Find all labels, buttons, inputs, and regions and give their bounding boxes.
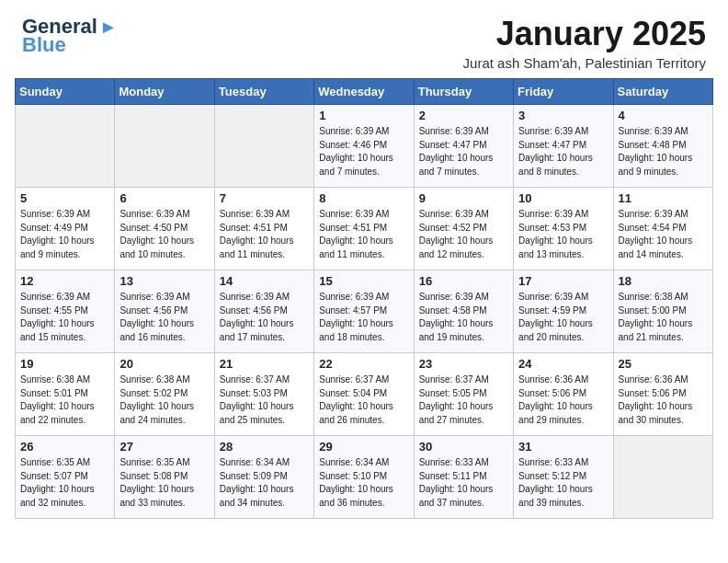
calendar-cell: 2Sunrise: 6:39 AM Sunset: 4:47 PM Daylig… (414, 105, 513, 188)
day-info: Sunrise: 6:35 AM Sunset: 5:08 PM Dayligh… (119, 456, 209, 510)
header-day-thursday: Thursday (414, 79, 513, 105)
calendar-cell: 19Sunrise: 6:38 AM Sunset: 5:01 PM Dayli… (16, 353, 115, 436)
day-number: 17 (518, 274, 608, 288)
day-info: Sunrise: 6:39 AM Sunset: 4:53 PM Dayligh… (518, 208, 608, 261)
calendar-cell: 22Sunrise: 6:37 AM Sunset: 5:04 PM Dayli… (314, 353, 414, 436)
day-number: 7 (220, 191, 309, 205)
logo: General ► Blue (22, 15, 118, 57)
calendar-cell: 14Sunrise: 6:39 AM Sunset: 4:56 PM Dayli… (214, 270, 313, 353)
day-number: 31 (518, 440, 608, 454)
day-number: 15 (319, 274, 408, 288)
day-info: Sunrise: 6:39 AM Sunset: 4:59 PM Dayligh… (518, 291, 608, 344)
calendar-cell: 26Sunrise: 6:35 AM Sunset: 5:07 PM Dayli… (16, 436, 115, 519)
day-number: 8 (319, 191, 408, 205)
day-number: 9 (419, 191, 508, 205)
day-number: 18 (619, 274, 708, 288)
day-number: 25 (619, 357, 708, 371)
day-number: 26 (20, 440, 109, 454)
logo-blue-text: Blue (22, 33, 66, 57)
calendar-cell: 21Sunrise: 6:37 AM Sunset: 5:03 PM Dayli… (214, 353, 313, 436)
day-number: 11 (619, 191, 708, 205)
day-info: Sunrise: 6:36 AM Sunset: 5:06 PM Dayligh… (518, 373, 608, 427)
day-info: Sunrise: 6:34 AM Sunset: 5:09 PM Dayligh… (220, 456, 309, 510)
day-info: Sunrise: 6:38 AM Sunset: 5:00 PM Dayligh… (619, 291, 708, 344)
calendar-cell: 3Sunrise: 6:39 AM Sunset: 4:47 PM Daylig… (514, 105, 613, 188)
calendar-cell: 18Sunrise: 6:38 AM Sunset: 5:00 PM Dayli… (613, 270, 712, 353)
header-day-sunday: Sunday (16, 79, 115, 105)
calendar-cell: 4Sunrise: 6:39 AM Sunset: 4:48 PM Daylig… (613, 105, 712, 188)
day-info: Sunrise: 6:35 AM Sunset: 5:07 PM Dayligh… (20, 456, 109, 510)
header-day-tuesday: Tuesday (214, 79, 313, 105)
calendar-cell: 16Sunrise: 6:39 AM Sunset: 4:58 PM Dayli… (414, 270, 513, 353)
day-info: Sunrise: 6:39 AM Sunset: 4:52 PM Dayligh… (419, 208, 508, 261)
calendar-cell: 7Sunrise: 6:39 AM Sunset: 4:51 PM Daylig… (214, 188, 313, 270)
day-info: Sunrise: 6:39 AM Sunset: 4:56 PM Dayligh… (119, 291, 209, 344)
calendar-cell (214, 105, 313, 188)
week-row-4: 19Sunrise: 6:38 AM Sunset: 5:01 PM Dayli… (16, 353, 713, 436)
day-info: Sunrise: 6:33 AM Sunset: 5:11 PM Dayligh… (419, 456, 508, 510)
day-number: 28 (220, 440, 309, 454)
calendar-cell: 8Sunrise: 6:39 AM Sunset: 4:51 PM Daylig… (314, 188, 414, 270)
calendar-cell: 12Sunrise: 6:39 AM Sunset: 4:55 PM Dayli… (16, 270, 115, 353)
calendar: SundayMondayTuesdayWednesdayThursdayFrid… (0, 78, 728, 534)
header-day-saturday: Saturday (613, 79, 712, 105)
calendar-cell: 13Sunrise: 6:39 AM Sunset: 4:56 PM Dayli… (115, 270, 214, 353)
day-number: 16 (419, 274, 508, 288)
day-info: Sunrise: 6:39 AM Sunset: 4:49 PM Dayligh… (20, 208, 109, 261)
day-info: Sunrise: 6:37 AM Sunset: 5:05 PM Dayligh… (419, 373, 508, 427)
calendar-cell: 24Sunrise: 6:36 AM Sunset: 5:06 PM Dayli… (514, 353, 613, 436)
title-block: January 2025 Jurat ash Sham'ah, Palestin… (463, 15, 706, 71)
day-number: 19 (20, 357, 109, 371)
calendar-cell: 28Sunrise: 6:34 AM Sunset: 5:09 PM Dayli… (214, 436, 313, 519)
day-info: Sunrise: 6:37 AM Sunset: 5:03 PM Dayligh… (220, 373, 309, 427)
calendar-cell: 17Sunrise: 6:39 AM Sunset: 4:59 PM Dayli… (514, 270, 613, 353)
calendar-cell: 10Sunrise: 6:39 AM Sunset: 4:53 PM Dayli… (514, 188, 613, 270)
day-number: 23 (419, 357, 508, 371)
day-info: Sunrise: 6:39 AM Sunset: 4:51 PM Dayligh… (220, 208, 309, 261)
day-info: Sunrise: 6:39 AM Sunset: 4:58 PM Dayligh… (419, 291, 508, 344)
calendar-cell (115, 105, 214, 188)
page-header: General ► Blue January 2025 Jurat ash Sh… (0, 0, 728, 78)
day-number: 29 (319, 440, 408, 454)
week-row-1: 1Sunrise: 6:39 AM Sunset: 4:46 PM Daylig… (16, 105, 713, 188)
day-info: Sunrise: 6:39 AM Sunset: 4:48 PM Dayligh… (619, 125, 708, 178)
day-info: Sunrise: 6:38 AM Sunset: 5:01 PM Dayligh… (20, 373, 109, 427)
day-number: 30 (419, 440, 508, 454)
day-info: Sunrise: 6:37 AM Sunset: 5:04 PM Dayligh… (319, 373, 408, 427)
day-info: Sunrise: 6:39 AM Sunset: 4:47 PM Dayligh… (518, 125, 608, 178)
header-day-monday: Monday (115, 79, 214, 105)
day-number: 10 (518, 191, 608, 205)
calendar-cell: 1Sunrise: 6:39 AM Sunset: 4:46 PM Daylig… (314, 105, 414, 188)
calendar-cell: 27Sunrise: 6:35 AM Sunset: 5:08 PM Dayli… (115, 436, 214, 519)
day-number: 5 (20, 191, 109, 205)
day-info: Sunrise: 6:39 AM Sunset: 4:46 PM Dayligh… (319, 125, 408, 178)
day-info: Sunrise: 6:39 AM Sunset: 4:56 PM Dayligh… (220, 291, 309, 344)
location-text: Jurat ash Sham'ah, Palestinian Territory (463, 55, 706, 71)
day-number: 2 (419, 109, 508, 122)
day-info: Sunrise: 6:33 AM Sunset: 5:12 PM Dayligh… (518, 456, 608, 510)
calendar-cell: 31Sunrise: 6:33 AM Sunset: 5:12 PM Dayli… (514, 436, 613, 519)
week-row-3: 12Sunrise: 6:39 AM Sunset: 4:55 PM Dayli… (16, 270, 713, 353)
day-info: Sunrise: 6:34 AM Sunset: 5:10 PM Dayligh… (319, 456, 408, 510)
month-title: January 2025 (463, 15, 706, 53)
day-number: 27 (119, 440, 209, 454)
day-number: 14 (220, 274, 309, 288)
day-info: Sunrise: 6:39 AM Sunset: 4:55 PM Dayligh… (20, 291, 109, 344)
calendar-cell: 23Sunrise: 6:37 AM Sunset: 5:05 PM Dayli… (414, 353, 513, 436)
logo-bird-icon: ► (99, 17, 118, 38)
day-number: 24 (518, 357, 608, 371)
calendar-cell: 30Sunrise: 6:33 AM Sunset: 5:11 PM Dayli… (414, 436, 513, 519)
calendar-cell: 11Sunrise: 6:39 AM Sunset: 4:54 PM Dayli… (613, 188, 712, 270)
day-number: 20 (119, 357, 209, 371)
calendar-cell: 6Sunrise: 6:39 AM Sunset: 4:50 PM Daylig… (115, 188, 214, 270)
calendar-cell: 9Sunrise: 6:39 AM Sunset: 4:52 PM Daylig… (414, 188, 513, 270)
calendar-cell (613, 436, 712, 519)
day-info: Sunrise: 6:39 AM Sunset: 4:50 PM Dayligh… (119, 208, 209, 261)
day-info: Sunrise: 6:39 AM Sunset: 4:47 PM Dayligh… (419, 125, 508, 178)
day-number: 21 (220, 357, 309, 371)
day-number: 6 (119, 191, 209, 205)
calendar-table: SundayMondayTuesdayWednesdayThursdayFrid… (15, 78, 713, 519)
day-info: Sunrise: 6:36 AM Sunset: 5:06 PM Dayligh… (619, 373, 708, 427)
day-number: 3 (518, 109, 608, 122)
week-row-5: 26Sunrise: 6:35 AM Sunset: 5:07 PM Dayli… (16, 436, 713, 519)
